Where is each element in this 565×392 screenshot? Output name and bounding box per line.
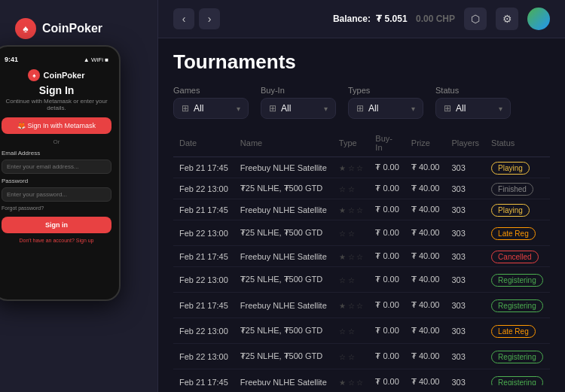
cell-date: Feb 21 17:45 <box>173 157 234 178</box>
back-button[interactable]: ‹ <box>173 8 194 29</box>
cell-players: 303 <box>445 199 485 220</box>
table-row: Feb 21 17:45 Freebuy NLHE Satellite ★ ☆ … <box>173 157 550 178</box>
forgot-password[interactable]: Forgot password? <box>2 205 111 211</box>
cell-date: Feb 21 17:45 <box>173 293 234 318</box>
cell-status: Playing <box>485 157 549 178</box>
metamask-button[interactable]: 🦊 Sign In with Metamask <box>2 117 111 134</box>
cell-buyin: ₮ 0.00 <box>369 369 405 386</box>
games-filter-select[interactable]: ⊞ All ▾ <box>173 98 249 119</box>
table-row: Feb 21 17:45 Freebuy NLHE Satellite ★ ☆ … <box>173 369 550 386</box>
signin-button[interactable]: Sign in <box>2 217 111 233</box>
phone-subtitle: Continue with Metamask or enter your det… <box>2 98 111 111</box>
types-filter-select[interactable]: ⊞ All ▾ <box>348 98 423 119</box>
avatar[interactable] <box>527 8 550 30</box>
cell-action[interactable]: Register <box>549 344 550 369</box>
cell-name: ₮25 NLHE, ₮500 GTD <box>234 178 333 199</box>
page-title: Tournaments <box>173 50 550 74</box>
cell-prize: ₮ 40.00 <box>405 318 446 344</box>
table-row: Feb 21 17:45 Freebuy NLHE Satellite ★ ☆ … <box>173 293 550 318</box>
types-filter-icon: ⊞ <box>356 103 364 114</box>
cell-buyin: ₮ 0.00 <box>369 178 405 199</box>
cell-date: Feb 22 13:00 <box>173 178 234 199</box>
signup-text: Don't have an account? Sign up <box>2 238 111 243</box>
phone-logo: ♠ CoinPoker <box>2 69 111 81</box>
cell-type: ★ ☆ ☆ <box>333 369 370 386</box>
col-prize: Prize <box>405 129 446 157</box>
cell-date: Feb 22 13:00 <box>173 220 234 246</box>
cell-date: Feb 21 17:45 <box>173 369 234 386</box>
phone-title: Sign In <box>2 84 111 96</box>
col-buyin: Buy-In <box>369 129 405 157</box>
nav-left: ‹ › <box>173 8 220 29</box>
cell-players: 303 <box>445 220 485 246</box>
cell-date: Feb 22 13:00 <box>173 344 234 369</box>
cell-action[interactable]: Register <box>549 267 550 293</box>
phone-logo-icon: ♠ <box>28 69 40 81</box>
wallet-icon[interactable]: ⬡ <box>464 8 487 30</box>
top-nav: ‹ › Balance: ₮ 5.051 0.00 CHP ⬡ ⚙ <box>158 0 565 38</box>
status-badge: Registering <box>491 299 543 312</box>
tournaments-table: Date Name Type Buy-In Prize Players Stat… <box>173 129 550 385</box>
status-badge: Playing <box>491 162 530 175</box>
types-filter-label: Types <box>348 86 423 95</box>
phone-logo-text: CoinPoker <box>43 71 84 80</box>
cell-action[interactable]: Register <box>549 318 550 344</box>
cell-buyin: ₮ 0.00 <box>369 267 405 293</box>
cell-action[interactable]: Register <box>549 293 550 318</box>
types-chevron-icon: ▾ <box>411 105 415 113</box>
status-badge: Late Reg <box>491 227 536 240</box>
status-badge: Registering <box>491 376 543 386</box>
cell-buyin: ₮ 0.00 <box>369 344 405 369</box>
cell-players: 303 <box>445 318 485 344</box>
cell-type: ☆ ☆ <box>333 318 370 344</box>
cell-action <box>549 178 550 199</box>
cell-action[interactable]: Register <box>549 369 550 386</box>
buyin-filter-icon: ⊞ <box>269 103 276 114</box>
status-badge: Registering <box>491 351 543 363</box>
col-name: Name <box>234 129 333 157</box>
types-filter: Types ⊞ All ▾ <box>348 86 423 119</box>
cell-players: 303 <box>445 267 485 293</box>
status-filter-select[interactable]: ⊞ All ▾ <box>435 98 511 119</box>
cell-buyin: ₮ 0.00 <box>369 318 405 344</box>
col-type: Type <box>333 129 370 157</box>
cell-name: ₮25 NLHE, ₮500 GTD <box>234 344 333 369</box>
cell-type: ★ ☆ ☆ <box>333 246 370 267</box>
password-input[interactable] <box>2 187 111 202</box>
cell-action[interactable]: Register <box>549 220 550 246</box>
cell-prize: ₮ 40.00 <box>405 220 446 246</box>
buyin-filter: Buy-In ⊞ All ▾ <box>261 86 336 119</box>
table-row: Feb 21 17:45 Freebuy NLHE Satellite ★ ☆ … <box>173 246 550 267</box>
phone-time: 9:41 <box>5 56 18 63</box>
cell-status: Registering <box>485 293 549 318</box>
games-filter: Games ⊞ All ▾ <box>173 86 249 119</box>
forward-button[interactable]: › <box>199 8 220 29</box>
cell-prize: ₮ 40.00 <box>405 293 446 318</box>
cell-type: ☆ ☆ <box>333 344 370 369</box>
email-input[interactable] <box>2 160 111 174</box>
cell-players: 303 <box>445 246 485 267</box>
status-badge: Late Reg <box>491 325 536 338</box>
password-label: Password <box>2 178 111 184</box>
cell-date: Feb 21 17:45 <box>173 246 234 267</box>
cell-players: 303 <box>445 293 485 318</box>
phone-or: Or <box>2 138 111 145</box>
status-badge: Cancelled <box>491 251 538 263</box>
sidebar-logo-text: CoinPoker <box>42 22 102 35</box>
cell-type: ☆ ☆ <box>333 178 370 199</box>
cell-name: Freebuy NLHE Satellite <box>234 369 333 386</box>
table-row: Feb 22 13:00 ₮25 NLHE, ₮500 GTD ☆ ☆ ₮ 0.… <box>173 267 550 293</box>
settings-icon[interactable]: ⚙ <box>496 8 518 30</box>
buyin-filter-select[interactable]: ⊞ All ▾ <box>261 98 336 119</box>
balance-display: Balance: ₮ 5.051 0.00 CHP <box>333 14 455 24</box>
cell-status: Late Reg <box>485 220 549 246</box>
table-row: Feb 22 13:00 ₮25 NLHE, ₮500 GTD ☆ ☆ ₮ 0.… <box>173 344 550 369</box>
phone-overlay: 9:41 ▲ WiFi ■ ♠ CoinPoker Sign In Contin… <box>0 45 121 301</box>
cell-date: Feb 22 13:00 <box>173 318 234 344</box>
cell-action <box>549 246 550 267</box>
cell-status: Late Reg <box>485 318 549 344</box>
table-row: Feb 21 17:45 Freebuy NLHE Satellite ★ ☆ … <box>173 199 550 220</box>
cell-prize: ₮ 40.00 <box>405 344 446 369</box>
status-badge: Finished <box>491 183 533 196</box>
cell-type: ☆ ☆ <box>333 220 370 246</box>
